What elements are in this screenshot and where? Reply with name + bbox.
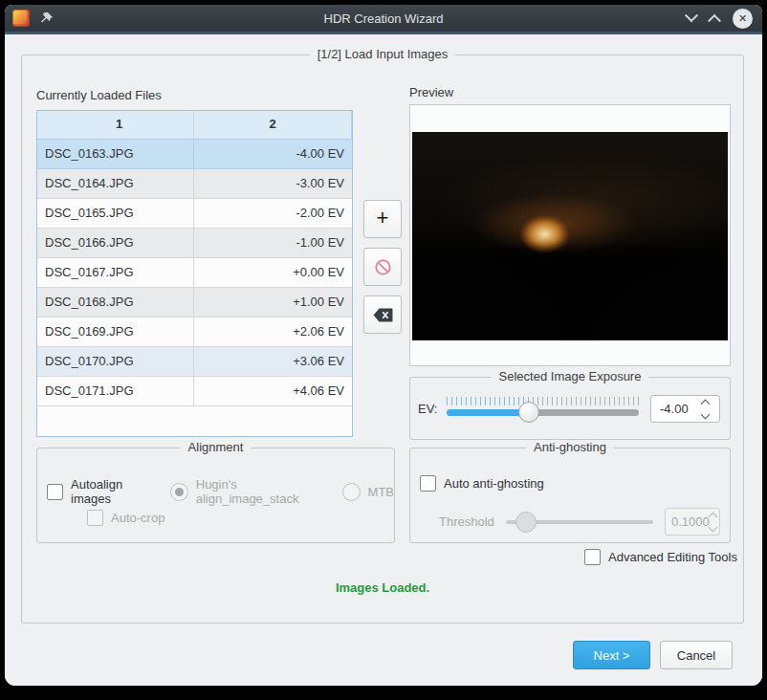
clear-list-button[interactable] xyxy=(363,295,402,334)
ev-slider-handle[interactable] xyxy=(518,402,539,423)
ev-label: EV: xyxy=(418,402,437,416)
ev-value-cell[interactable]: +0.00 EV xyxy=(194,258,352,287)
plus-icon: + xyxy=(377,206,389,230)
autoalign-label: Autoalign images xyxy=(71,477,157,506)
ev-value-cell[interactable]: -3.00 EV xyxy=(194,169,352,198)
loaded-files-table[interactable]: 1 2 DSC_0163.JPG-4.00 EVDSC_0164.JPG-3.0… xyxy=(36,110,353,437)
backspace-icon xyxy=(373,308,393,322)
mtb-radio xyxy=(342,483,361,501)
autocrop-checkbox xyxy=(87,510,103,526)
exposure-group-title: Selected Image Exposure xyxy=(492,369,649,383)
ev-value-cell[interactable]: +1.00 EV xyxy=(194,288,352,317)
table-row[interactable]: DSC_0164.JPG-3.00 EV xyxy=(37,169,352,199)
maximize-window-icon[interactable] xyxy=(708,14,721,28)
file-name-cell[interactable]: DSC_0168.JPG xyxy=(37,288,194,317)
ev-slider[interactable] xyxy=(447,396,639,423)
file-name-cell[interactable]: DSC_0164.JPG xyxy=(37,169,194,198)
table-row[interactable]: DSC_0169.JPG+2.06 EV xyxy=(37,317,352,347)
threshold-spinbox: 0.1000 xyxy=(665,508,720,536)
hdr-wizard-window: HDR Creation Wizard ✕ [1/2] Load Input I… xyxy=(5,5,762,686)
hugin-radio xyxy=(170,483,188,501)
threshold-value: 0.1000 xyxy=(666,514,710,529)
table-header-row: 1 2 xyxy=(37,111,352,140)
auto-antighosting-label: Auto anti-ghosting xyxy=(444,476,544,491)
file-name-cell[interactable]: DSC_0163.JPG xyxy=(37,140,194,168)
autoalign-checkbox[interactable] xyxy=(47,484,63,500)
spin-up-icon xyxy=(708,512,717,521)
table-row[interactable]: DSC_0170.JPG+3.06 EV xyxy=(37,347,352,377)
table-row[interactable]: DSC_0171.JPG+4.06 EV xyxy=(37,377,352,406)
wizard-content: [1/2] Load Input Images Currently Loaded… xyxy=(5,34,762,686)
antighosting-group-title: Anti-ghosting xyxy=(526,440,614,454)
spin-down-icon xyxy=(708,522,717,532)
advanced-tools-checkbox[interactable] xyxy=(584,549,601,565)
table-row[interactable]: DSC_0163.JPG-4.00 EV xyxy=(37,140,352,169)
ban-icon xyxy=(374,258,392,276)
ev-value-cell[interactable]: -4.00 EV xyxy=(194,140,352,168)
ev-slider-groove[interactable] xyxy=(447,409,639,416)
ev-value-cell[interactable]: +3.06 EV xyxy=(194,347,352,376)
load-input-images-group: [1/2] Load Input Images Currently Loaded… xyxy=(21,55,744,623)
app-icon[interactable] xyxy=(12,10,30,27)
ev-value-cell[interactable]: +4.06 EV xyxy=(194,377,352,405)
advanced-tools-row: Advanced Editing Tools xyxy=(584,549,737,565)
file-action-buttons: + xyxy=(363,200,402,334)
preview-label: Preview xyxy=(409,85,453,99)
loaded-files-label: Currently Loaded Files xyxy=(36,88,162,102)
table-row[interactable]: DSC_0168.JPG+1.00 EV xyxy=(37,288,352,317)
hugin-label: Hugin's align_image_stack xyxy=(196,477,329,506)
ev-value-cell[interactable]: +2.06 EV xyxy=(194,317,352,346)
ev-spinbox[interactable]: -4.00 xyxy=(650,395,720,423)
remove-image-button[interactable] xyxy=(363,248,402,286)
ev-value-cell[interactable]: -1.00 EV xyxy=(194,229,352,257)
file-name-cell[interactable]: DSC_0167.JPG xyxy=(37,258,194,287)
file-name-cell[interactable]: DSC_0165.JPG xyxy=(37,199,194,228)
file-name-cell[interactable]: DSC_0166.JPG xyxy=(37,229,194,257)
auto-antighosting-checkbox[interactable] xyxy=(420,475,436,492)
table-row[interactable]: DSC_0165.JPG-2.00 EV xyxy=(37,199,352,229)
preview-image xyxy=(412,132,728,340)
column-header-2[interactable]: 2 xyxy=(194,111,352,139)
ev-value-cell[interactable]: -2.00 EV xyxy=(194,199,352,228)
next-button[interactable]: Next > xyxy=(573,641,650,669)
threshold-slider-handle xyxy=(515,512,537,533)
table-row[interactable]: DSC_0166.JPG-1.00 EV xyxy=(37,229,352,258)
spin-up-icon[interactable] xyxy=(700,399,710,408)
column-header-1[interactable]: 1 xyxy=(37,111,194,139)
spin-down-icon[interactable] xyxy=(700,409,710,419)
ev-value: -4.00 xyxy=(651,402,694,416)
pin-icon[interactable] xyxy=(39,11,54,26)
status-message: Images Loaded. xyxy=(22,580,743,595)
advanced-tools-label: Advanced Editing Tools xyxy=(608,550,737,564)
file-name-cell[interactable]: DSC_0171.JPG xyxy=(37,377,194,405)
cancel-button[interactable]: Cancel xyxy=(660,641,733,669)
alignment-group-title: Alignment xyxy=(181,440,252,454)
step-title: [1/2] Load Input Images xyxy=(22,47,743,61)
mtb-label: MTB xyxy=(368,485,394,499)
selected-image-exposure-group: Selected Image Exposure EV: -4.00 xyxy=(409,377,731,440)
table-row[interactable]: DSC_0167.JPG+0.00 EV xyxy=(37,258,352,288)
threshold-slider xyxy=(506,509,653,536)
file-name-cell[interactable]: DSC_0169.JPG xyxy=(37,317,194,346)
preview-frame xyxy=(409,104,731,366)
file-table-rows: DSC_0163.JPG-4.00 EVDSC_0164.JPG-3.00 EV… xyxy=(37,140,352,406)
file-name-cell[interactable]: DSC_0170.JPG xyxy=(37,347,194,376)
threshold-label: Threshold xyxy=(439,514,494,529)
antighosting-group: Anti-ghosting Auto anti-ghosting Thresho… xyxy=(409,448,731,543)
add-image-button[interactable]: + xyxy=(363,200,402,238)
ev-slider-ticks-filled xyxy=(447,397,529,405)
window-title: HDR Creation Wizard xyxy=(5,11,762,26)
close-icon[interactable]: ✕ xyxy=(733,9,753,29)
shade-window-icon[interactable] xyxy=(685,9,698,22)
alignment-group: Alignment Autoalign images Hugin's align… xyxy=(36,448,395,543)
titlebar[interactable]: HDR Creation Wizard ✕ xyxy=(5,5,762,32)
autocrop-label: Auto-crop xyxy=(111,511,164,525)
